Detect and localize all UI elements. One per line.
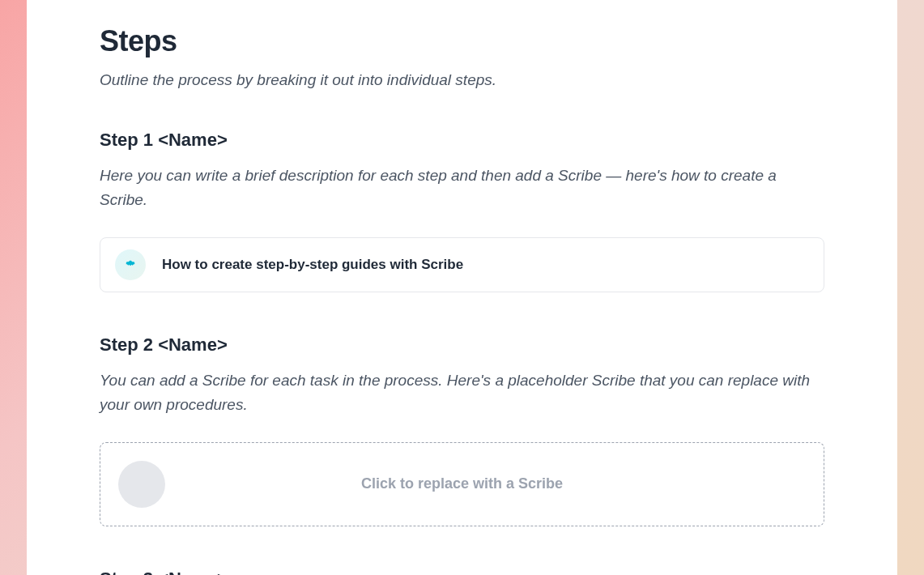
steps-subtitle: Outline the process by breaking it out i…: [100, 71, 824, 89]
handshake-icon: [123, 258, 138, 272]
step2-description: You can add a Scribe for each task in th…: [100, 368, 824, 418]
content-card: Steps Outline the process by breaking it…: [27, 0, 897, 575]
scribe-card-title: How to create step-by-step guides with S…: [162, 257, 463, 273]
placeholder-text: Click to replace with a Scribe: [361, 475, 563, 492]
steps-heading: Steps: [100, 24, 824, 58]
step1-heading: Step 1 <Name>: [100, 130, 824, 151]
step2-heading: Step 2 <Name>: [100, 334, 824, 356]
step1-description: Here you can write a brief description f…: [100, 164, 824, 213]
step3-heading: Step 3 <Name>: [100, 569, 824, 575]
scribe-placeholder-card[interactable]: Click to replace with a Scribe: [100, 442, 824, 526]
placeholder-circle-icon: [118, 461, 165, 508]
scribe-icon-wrapper: [115, 249, 146, 280]
scribe-link-card[interactable]: How to create step-by-step guides with S…: [100, 237, 824, 292]
